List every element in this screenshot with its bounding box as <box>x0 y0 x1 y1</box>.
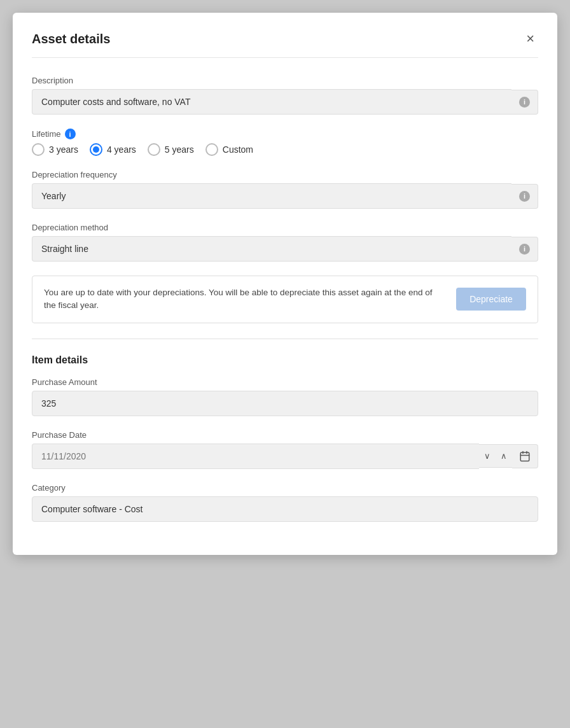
purchase-date-section: Purchase Date ∨ ∧ <box>32 430 538 469</box>
depreciation-frequency-info-button[interactable]: i <box>511 184 538 209</box>
radio-option-3years[interactable]: 3 years <box>32 143 78 156</box>
lifetime-section: Lifetime i 3 years 4 years 5 years Custo… <box>32 129 538 156</box>
depreciation-notice-box: You are up to date with your depreciatio… <box>32 276 538 323</box>
purchase-date-field-row: ∨ ∧ <box>32 444 538 469</box>
description-info-button[interactable]: i <box>511 90 538 115</box>
depreciation-frequency-section: Depreciation frequency i <box>32 170 538 209</box>
modal-title: Asset details <box>32 32 110 46</box>
description-input[interactable] <box>32 89 511 115</box>
depreciation-frequency-field-row: i <box>32 183 538 209</box>
category-input[interactable] <box>32 496 538 522</box>
item-details-section: Item details Purchase Amount Purchase Da… <box>32 354 538 522</box>
radio-circle-5years <box>148 143 160 156</box>
calendar-icon <box>519 451 531 462</box>
lifetime-radio-group: 3 years 4 years 5 years Custom <box>32 143 538 156</box>
radio-label-custom: Custom <box>223 144 253 155</box>
radio-circle-3years <box>32 143 45 156</box>
description-field-row: i <box>32 89 538 115</box>
radio-label-3years: 3 years <box>49 144 78 155</box>
radio-circle-4years <box>90 143 102 156</box>
purchase-amount-section: Purchase Amount <box>32 377 538 416</box>
depreciation-method-label: Depreciation method <box>32 223 538 232</box>
description-section: Description i <box>32 76 538 115</box>
radio-option-5years[interactable]: 5 years <box>148 143 194 156</box>
radio-label-5years: 5 years <box>165 144 194 155</box>
lifetime-label: Lifetime i <box>32 129 538 139</box>
purchase-date-input[interactable] <box>32 444 479 469</box>
depreciation-notice-text: You are up to date with your depreciatio… <box>44 286 446 312</box>
purchase-amount-label: Purchase Amount <box>32 377 538 387</box>
depreciation-method-section: Depreciation method i <box>32 223 538 262</box>
section-divider <box>32 339 538 339</box>
svg-rect-0 <box>520 452 529 461</box>
depreciation-method-field-row: i <box>32 236 538 262</box>
calendar-button[interactable] <box>512 444 538 468</box>
date-controls: ∨ ∧ <box>479 444 512 468</box>
description-label: Description <box>32 76 538 85</box>
asset-details-modal: Asset details × Description i Lifetime i… <box>13 13 557 555</box>
purchase-amount-input[interactable] <box>32 391 538 416</box>
radio-option-custom[interactable]: Custom <box>205 143 253 156</box>
item-details-title: Item details <box>32 354 538 366</box>
radio-circle-custom <box>205 143 218 156</box>
radio-option-4years[interactable]: 4 years <box>90 143 136 156</box>
depreciation-frequency-info-icon: i <box>519 191 530 202</box>
date-down-button[interactable]: ∨ <box>479 445 496 467</box>
category-section: Category <box>32 483 538 522</box>
purchase-date-label: Purchase Date <box>32 430 538 440</box>
close-button[interactable]: × <box>522 31 538 47</box>
description-info-icon: i <box>519 97 530 108</box>
depreciation-method-info-button[interactable]: i <box>511 237 538 262</box>
modal-header: Asset details × <box>32 31 538 58</box>
depreciation-method-input[interactable] <box>32 236 511 262</box>
depreciation-method-info-icon: i <box>519 244 530 255</box>
radio-label-4years: 4 years <box>107 144 136 155</box>
depreciation-frequency-input[interactable] <box>32 183 511 209</box>
category-label: Category <box>32 483 538 493</box>
lifetime-info-icon[interactable]: i <box>65 129 76 139</box>
date-up-button[interactable]: ∧ <box>496 445 512 467</box>
depreciation-frequency-label: Depreciation frequency <box>32 170 538 179</box>
depreciate-button[interactable]: Depreciate <box>456 288 526 311</box>
